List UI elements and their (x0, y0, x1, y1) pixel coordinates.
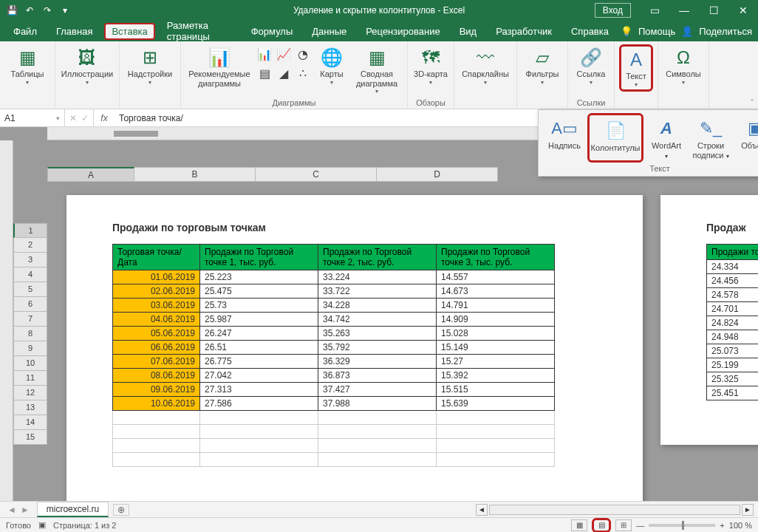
hscroll-track[interactable] (489, 505, 740, 515)
ribbon-display-icon[interactable]: ▭ (640, 0, 669, 21)
table-row[interactable]: 24.334 (707, 260, 759, 274)
tab-home[interactable]: Главная (49, 23, 100, 40)
tab-nav-next-icon[interactable]: ► (21, 505, 30, 515)
col-chart-icon[interactable]: 📊 (256, 45, 273, 63)
table-row[interactable]: 10.06.201927.58637.98815.639 (113, 397, 555, 411)
table-row[interactable]: 07.06.201926.77536.32915.27 (113, 355, 555, 369)
collapse-ribbon-icon[interactable]: ˆ (751, 98, 754, 107)
col-header-B[interactable]: B (134, 167, 256, 182)
tab-formulas[interactable]: Формулы (244, 23, 301, 40)
area-chart-icon[interactable]: ◢ (275, 64, 293, 82)
maximize-icon[interactable]: ☐ (699, 0, 728, 21)
header-footer-button[interactable]: 📄Колонтитулы (587, 113, 643, 163)
row-header-2[interactable]: 2 (13, 238, 47, 253)
zoom-out-icon[interactable]: — (636, 521, 644, 530)
line-chart-icon[interactable]: 📈 (275, 45, 293, 63)
close-icon[interactable]: ✕ (728, 0, 758, 21)
table-row[interactable]: 04.06.201925.98734.74214.909 (113, 313, 555, 327)
tab-nav-prev-icon[interactable]: ◄ (7, 505, 16, 515)
bar-chart-icon[interactable]: ▤ (256, 64, 273, 82)
row-header-15[interactable]: 15 (13, 430, 47, 445)
row-header-1[interactable]: 1 (13, 223, 47, 238)
zoom-in-icon[interactable]: + (720, 521, 724, 530)
add-sheet-button[interactable]: ⊕ (113, 504, 129, 516)
scatter-chart-icon[interactable]: ∴ (294, 64, 312, 82)
table-row[interactable]: 03.06.201925.7334.22814.791 (113, 299, 555, 313)
signin-button[interactable]: Вход (595, 3, 631, 18)
recommended-charts-button[interactable]: 📊Рекомендуемые диаграммы (185, 44, 253, 89)
maps-button[interactable]: 🌐Карты▾ (314, 44, 349, 87)
table-row[interactable]: 24.948 (707, 330, 759, 344)
col-header-A[interactable]: A (47, 167, 134, 182)
text-button[interactable]: AТекст▾ (619, 44, 653, 92)
qat-dropdown-icon[interactable]: ▾ (59, 4, 71, 16)
fx-icon[interactable]: fx (94, 113, 115, 123)
3dmap-button[interactable]: 🗺3D-карта▾ (412, 44, 449, 87)
name-box[interactable]: A1▾ (0, 109, 65, 126)
table-row[interactable]: 05.06.201926.24735.26315.028 (113, 327, 555, 341)
table-row[interactable]: 08.06.201927.04236.87315.392 (113, 369, 555, 383)
table-row[interactable]: 01.06.201925.22333.22414.557 (113, 270, 555, 284)
row-header-14[interactable]: 14 (13, 415, 47, 430)
table-row[interactable]: 25.451 (707, 386, 759, 400)
hscroll-left-icon[interactable]: ◄ (476, 504, 488, 516)
data-table[interactable]: Торговая точка/ ДатаПродажи по Торговой … (112, 244, 555, 467)
table-row[interactable]: 06.06.201926.5135.79215.149 (113, 341, 555, 355)
tab-file[interactable]: Файл (6, 23, 44, 40)
table-row[interactable]: 24.701 (707, 302, 759, 316)
tab-data[interactable]: Данные (304, 23, 354, 40)
undo-icon[interactable]: ↶ (24, 4, 35, 16)
table-row[interactable]: 02.06.201925.47533.72214.673 (113, 284, 555, 299)
view-pagelayout-icon[interactable]: ▤ (592, 518, 611, 533)
pivot-chart-button[interactable]: ▦Сводная диаграмма▾ (351, 44, 403, 96)
row-header-3[interactable]: 3 (13, 253, 47, 267)
share-icon[interactable]: 👤 (681, 26, 693, 37)
row-header-13[interactable]: 13 (13, 400, 47, 415)
tab-insert[interactable]: Вставка (104, 23, 154, 40)
signature-line-button[interactable]: ✎_Строки подписи ▾ (689, 113, 732, 163)
zoom-level[interactable]: 100 % (729, 521, 752, 530)
table-row[interactable]: 25.325 (707, 372, 759, 386)
macro-record-icon[interactable]: ▣ (38, 520, 46, 530)
sheet-tab[interactable]: microexcel.ru (37, 502, 109, 517)
table-row[interactable]: 24.578 (707, 288, 759, 302)
wordart-button[interactable]: AWordArt▾ (645, 113, 688, 163)
table-row[interactable] (113, 411, 555, 425)
table-row[interactable]: 09.06.201927.31337.42715.515 (113, 383, 555, 397)
symbols-button[interactable]: ΩСимволы▾ (663, 44, 704, 87)
col-header-D[interactable]: D (377, 167, 498, 182)
row-header-10[interactable]: 10 (13, 356, 47, 371)
row-header-6[interactable]: 6 (13, 297, 47, 312)
addins-button[interactable]: ⊞Надстройки▾ (124, 44, 176, 87)
textbox-button[interactable]: A▭Надпись (543, 113, 586, 163)
redo-icon[interactable]: ↷ (41, 4, 53, 16)
table-row[interactable] (113, 425, 555, 439)
tell-me-label[interactable]: Помощь (638, 26, 675, 37)
table-row[interactable]: 25.073 (707, 344, 759, 358)
minimize-icon[interactable]: — (669, 0, 699, 21)
table-row[interactable] (113, 453, 555, 467)
object-button[interactable]: ▣Объект (734, 113, 758, 163)
row-header-8[interactable]: 8 (13, 327, 47, 341)
tables-button[interactable]: ▦Таблицы▾ (4, 44, 50, 87)
vertical-ruler[interactable] (0, 140, 13, 502)
link-button[interactable]: 🔗Ссылка▾ (573, 44, 610, 87)
sparklines-button[interactable]: 〰Спарклайны▾ (459, 44, 512, 87)
row-header-5[interactable]: 5 (13, 282, 47, 297)
illustrations-button[interactable]: 🖼Иллюстрации▾ (60, 44, 115, 87)
pie-chart-icon[interactable]: ◔ (294, 45, 312, 63)
tell-me-icon[interactable]: 💡 (621, 26, 632, 37)
filters-button[interactable]: ▱Фильтры▾ (522, 44, 563, 87)
row-header-9[interactable]: 9 (13, 341, 47, 356)
table-row[interactable]: 24.456 (707, 274, 759, 288)
data-table-2[interactable]: Продажи точке 4 24.33424.45624.57824.701… (706, 244, 758, 400)
view-normal-icon[interactable]: ▦ (571, 519, 587, 531)
tab-help[interactable]: Справка (564, 23, 616, 40)
share-label[interactable]: Поделиться (699, 26, 752, 37)
row-header-12[interactable]: 12 (13, 386, 47, 400)
col-header-C[interactable]: C (256, 167, 377, 182)
save-icon[interactable]: 💾 (6, 4, 18, 16)
tab-view[interactable]: Вид (452, 23, 485, 40)
table-row[interactable] (113, 439, 555, 453)
table-row[interactable]: 24.824 (707, 316, 759, 330)
